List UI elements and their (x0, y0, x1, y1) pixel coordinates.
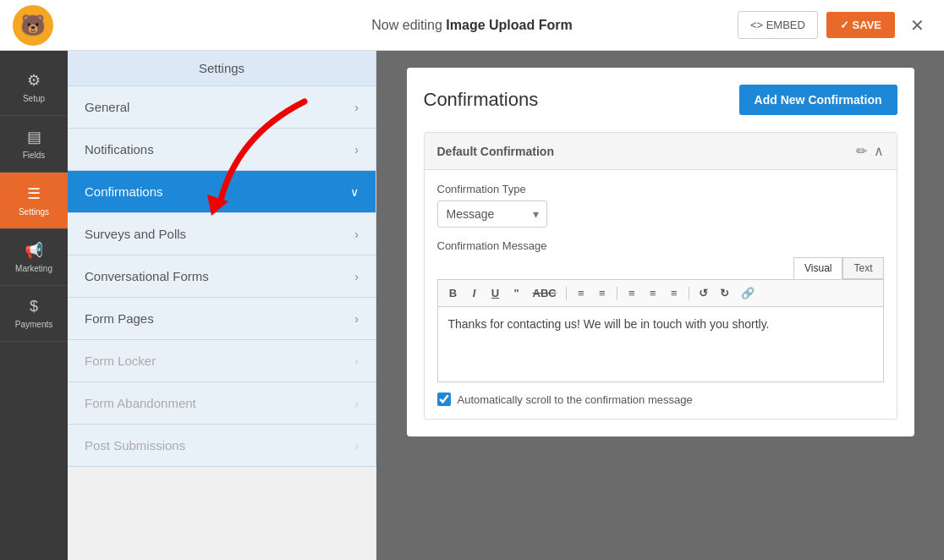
sidebar-item-general[interactable]: General › (68, 86, 376, 129)
surveys-chevron-icon: › (354, 228, 359, 241)
post-submissions-label: Post Submissions (85, 438, 185, 453)
save-button[interactable]: ✓ SAVE (826, 12, 895, 38)
form-pages-chevron-icon: › (354, 312, 359, 326)
sidebar-item-post-submissions[interactable]: Post Submissions › (68, 425, 376, 467)
sidebar-item-payments-label: Payments (15, 320, 52, 329)
message-editor[interactable]: Thanks for contacting us! We will be in … (437, 306, 884, 382)
toolbar-align-left[interactable]: ≡ (623, 285, 640, 301)
surveys-label: Surveys and Polls (85, 227, 186, 241)
toolbar-undo[interactable]: ↺ (695, 285, 712, 301)
toolbar-separator-2 (617, 287, 617, 300)
marketing-icon: 📢 (25, 241, 43, 260)
sidebar-item-marketing[interactable]: 📢 Marketing (0, 229, 68, 286)
message-text: Thanks for contacting us! We will be in … (448, 317, 770, 331)
notifications-chevron-icon: › (354, 143, 359, 156)
toolbar-separator-3 (689, 287, 689, 300)
type-label: Confirmation Type (437, 183, 884, 195)
sidebar-item-conversational[interactable]: Conversational Forms › (68, 255, 376, 298)
tab-text[interactable]: Text (842, 257, 883, 279)
sidebar-item-surveys[interactable]: Surveys and Polls › (68, 213, 376, 255)
auto-scroll-label: Automatically scroll to the confirmation… (458, 393, 693, 406)
toolbar-redo[interactable]: ↻ (716, 285, 733, 301)
form-abandonment-chevron-icon: › (354, 397, 359, 410)
conversational-label: Conversational Forms (85, 269, 209, 283)
auto-scroll-checkbox[interactable] (437, 393, 451, 406)
sidebar-item-settings-label: Settings (19, 207, 49, 217)
sidebar-item-notifications[interactable]: Notifications › (68, 129, 376, 171)
notifications-label: Notifications (85, 142, 154, 156)
icon-sidebar: ⚙ Setup ▤ Fields ☰ Settings 📢 Marketing … (0, 51, 68, 560)
general-label: General (85, 100, 129, 114)
default-confirmation-title: Default Confirmation (437, 145, 554, 158)
conversational-chevron-icon: › (354, 270, 359, 283)
collapse-confirmation-icon[interactable]: ∧ (874, 143, 884, 159)
top-bar: 🐻 Now editing Image Upload Form <> EMBED… (0, 0, 944, 51)
payments-icon: $ (30, 298, 38, 316)
form-name: Image Upload Form (446, 18, 572, 32)
embed-button[interactable]: <> EMBED (738, 11, 818, 39)
form-locker-chevron-icon: › (354, 354, 359, 368)
sidebar-item-marketing-label: Marketing (15, 264, 52, 273)
close-button[interactable]: ✕ (903, 12, 931, 39)
form-pages-label: Form Pages (85, 311, 154, 326)
post-submissions-chevron-icon: › (354, 439, 359, 453)
main-layout: ⚙ Setup ▤ Fields ☰ Settings 📢 Marketing … (0, 51, 944, 560)
logo-area: 🐻 (13, 5, 53, 46)
sidebar-item-payments[interactable]: $ Payments (0, 286, 68, 342)
toolbar-ol[interactable]: ≡ (594, 285, 611, 301)
toolbar-underline[interactable]: U (487, 285, 504, 301)
add-confirmation-button[interactable]: Add New Confirmation (739, 85, 897, 115)
confirmation-body: Confirmation Type Message Page Redirect … (425, 170, 897, 419)
sidebar-item-form-pages[interactable]: Form Pages › (68, 298, 376, 340)
toolbar-align-center[interactable]: ≡ (645, 285, 661, 301)
toolbar-bold[interactable]: B (445, 285, 462, 301)
sidebar-item-fields-label: Fields (23, 151, 46, 160)
form-locker-label: Form Locker (85, 354, 156, 368)
confirmation-block-actions: ✏ ∧ (856, 143, 884, 159)
editor-tabs: Visual Text (793, 257, 883, 279)
editing-title: Now editing Image Upload Form (371, 18, 572, 33)
main-content: Confirmations Add New Confirmation Defau… (376, 51, 944, 560)
settings-sidebar-header: Settings (68, 51, 376, 86)
editor-section: Visual Text B I U " ABC ≡ ≡ (437, 257, 884, 382)
sidebar-item-form-locker[interactable]: Form Locker › (68, 340, 376, 382)
form-abandonment-label: Form Abandonment (85, 396, 196, 410)
settings-sidebar: Settings General › Notifications › Confi… (68, 51, 376, 467)
sidebar-item-setup[interactable]: ⚙ Setup (0, 59, 68, 116)
message-label: Confirmation Message (437, 239, 884, 252)
confirmations-header: Confirmations Add New Confirmation (424, 85, 897, 115)
edit-confirmation-icon[interactable]: ✏ (856, 143, 867, 159)
toolbar-link[interactable]: 🔗 (738, 285, 758, 301)
sidebar-item-setup-label: Setup (23, 94, 45, 103)
tab-visual[interactable]: Visual (793, 257, 842, 279)
toolbar-strikethrough[interactable]: ABC (530, 285, 560, 301)
editor-toolbar: B I U " ABC ≡ ≡ ≡ ≡ ≡ (437, 279, 884, 306)
editing-label: Now editing (371, 18, 446, 32)
confirmations-panel: Confirmations Add New Confirmation Defau… (407, 68, 914, 436)
sidebar-item-fields[interactable]: ▤ Fields (0, 116, 68, 173)
fields-icon: ▤ (27, 128, 41, 146)
type-select-wrapper: Message Page Redirect (437, 200, 547, 228)
top-bar-actions: <> EMBED ✓ SAVE ✕ (738, 11, 931, 39)
confirmation-type-select[interactable]: Message Page Redirect (437, 200, 547, 228)
auto-scroll-row: Automatically scroll to the confirmation… (437, 393, 884, 406)
toolbar-quote[interactable]: " (508, 285, 525, 301)
confirmation-block-header: Default Confirmation ✏ ∧ (425, 133, 897, 170)
toolbar-align-right[interactable]: ≡ (666, 285, 683, 301)
settings-icon: ☰ (27, 184, 41, 203)
confirmations-chevron-icon: ∨ (350, 185, 359, 199)
confirmations-title: Confirmations (424, 89, 539, 111)
settings-header-label: Settings (199, 61, 244, 75)
settings-sidebar-wrapper: Settings General › Notifications › Confi… (68, 51, 376, 560)
toolbar-italic[interactable]: I (466, 285, 483, 301)
sidebar-item-settings[interactable]: ☰ Settings (0, 173, 68, 229)
toolbar-separator-1 (566, 287, 567, 300)
toolbar-ul[interactable]: ≡ (573, 285, 590, 301)
confirmations-label: Confirmations (85, 184, 163, 199)
setup-icon: ⚙ (27, 71, 41, 90)
confirmation-block-default: Default Confirmation ✏ ∧ Confirmation Ty… (424, 132, 897, 420)
sidebar-item-confirmations[interactable]: Confirmations ∨ (68, 171, 376, 213)
sidebar-item-form-abandonment[interactable]: Form Abandonment › (68, 382, 376, 425)
logo-icon: 🐻 (13, 5, 53, 46)
general-chevron-icon: › (354, 101, 359, 114)
